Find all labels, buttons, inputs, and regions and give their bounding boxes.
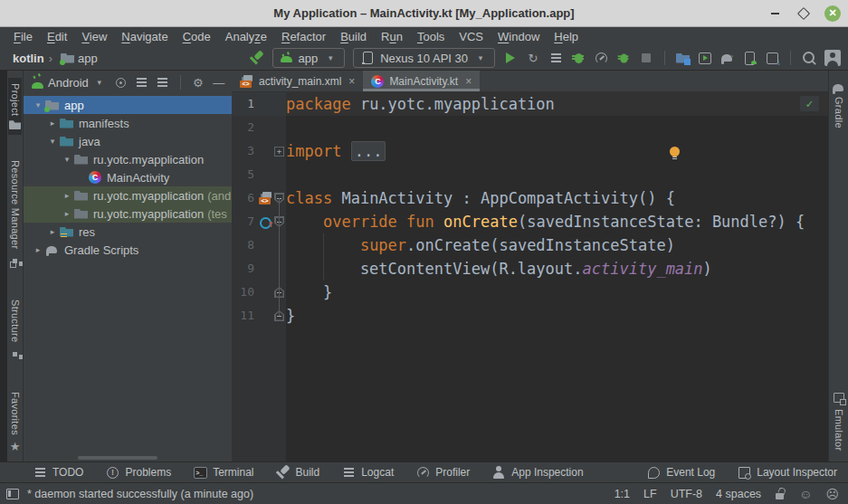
close-tab-icon[interactable]: × xyxy=(465,75,472,88)
breadcrumb-current[interactable]: app xyxy=(78,52,98,65)
chevron-down-icon[interactable]: ▾ xyxy=(31,100,45,109)
close-tab-icon[interactable]: × xyxy=(348,75,355,88)
chevron-right-icon[interactable]: ▸ xyxy=(45,227,60,236)
profiler-button[interactable] xyxy=(594,51,608,65)
device-manager-button[interactable] xyxy=(698,51,712,65)
tree-row-manifests[interactable]: ▸manifests xyxy=(24,114,232,132)
bulb-icon[interactable] xyxy=(669,147,680,160)
menu-help[interactable]: Help xyxy=(548,30,585,43)
restore-button[interactable] xyxy=(796,5,812,22)
editor-tab-MainActivity.kt[interactable]: MainActivity.kt× xyxy=(363,71,480,91)
inspection-status-icon[interactable]: ✓ xyxy=(800,96,819,111)
apply-code-changes-button[interactable] xyxy=(548,51,563,65)
collapse-all-button[interactable] xyxy=(157,76,169,89)
tree-row-app[interactable]: ▾app xyxy=(24,96,232,114)
profile-avatar-button[interactable] xyxy=(824,50,841,66)
tool-strip-tab-structure[interactable]: Structure xyxy=(7,294,24,366)
tool-button-event-log[interactable]: Event Log xyxy=(646,465,715,480)
overriding-method-icon[interactable] xyxy=(260,215,272,228)
apply-changes-button[interactable]: ↻ xyxy=(526,51,540,65)
tool-strip-tab-favorites[interactable]: Favorites★ xyxy=(7,386,24,460)
fold-expand-icon[interactable]: + xyxy=(274,147,284,157)
project-view-select[interactable]: Android xyxy=(48,76,89,90)
hide-panel-button[interactable]: — xyxy=(213,76,225,89)
menu-tools[interactable]: Tools xyxy=(411,30,451,43)
tool-strip-label: Project xyxy=(10,83,21,116)
menu-code[interactable]: Code xyxy=(176,30,217,43)
status-caret-position[interactable]: 1:1 xyxy=(615,488,630,500)
breadcrumb-root[interactable]: kotlin xyxy=(13,52,44,65)
status-file-encoding[interactable]: UTF-8 xyxy=(671,488,702,500)
chevron-down-icon[interactable]: ▾ xyxy=(60,155,74,164)
menu-edit[interactable]: Edit xyxy=(41,30,73,43)
tree-row-res[interactable]: ▸res xyxy=(24,223,232,241)
tool-strip-tab-project[interactable]: Project xyxy=(8,78,22,135)
status-indent-size[interactable]: 4 spaces xyxy=(716,488,761,500)
chevron-right-icon[interactable]: ▸ xyxy=(45,119,60,128)
line-number: 6 xyxy=(232,186,259,210)
minimize-button[interactable] xyxy=(767,5,783,22)
tool-button-todo[interactable]: TODO xyxy=(33,465,83,480)
tree-row-gradle-scripts[interactable]: ▸Gradle Scripts xyxy=(24,241,232,259)
settings-button[interactable]: ⚙ xyxy=(192,76,205,89)
tool-button-build[interactable]: Build xyxy=(276,465,320,480)
tool-strip-tab-resource-manager[interactable]: Resource Manager xyxy=(7,155,24,273)
menu-window[interactable]: Window xyxy=(491,30,546,43)
tool-button-logcat[interactable]: Logcat xyxy=(341,465,394,480)
device-select[interactable]: Nexus 10 API 30 ▾ xyxy=(353,48,495,68)
tree-row-package-main[interactable]: ▾ru.yotc.myapplication xyxy=(24,150,232,168)
fold-slot: + xyxy=(272,139,286,163)
tree-row-package-androidtest[interactable]: ▸ru.yotc.myapplication(and xyxy=(24,186,232,204)
menu-build[interactable]: Build xyxy=(334,30,373,43)
expand-all-button[interactable] xyxy=(136,76,148,89)
avd-manager-button[interactable] xyxy=(742,51,757,65)
tool-button-profiler[interactable]: Profiler xyxy=(415,465,470,480)
close-button[interactable]: ✕ xyxy=(824,5,841,22)
menu-vcs[interactable]: VCS xyxy=(453,30,490,43)
tree-row-java[interactable]: ▾java xyxy=(24,132,232,150)
editor-tab-activity_main.xml[interactable]: activity_main.xml× xyxy=(232,71,363,91)
tool-strip-tab-gradle[interactable]: Gradle xyxy=(831,78,846,134)
code-text: override fun onCreate(savedInstanceState… xyxy=(286,210,805,233)
menu-refactor[interactable]: Refactor xyxy=(275,30,332,43)
dropdown-arrow-icon: ▾ xyxy=(473,51,488,65)
tool-strip-tab-emulator[interactable]: Emulator xyxy=(831,385,847,456)
frowning-face-icon[interactable]: ☹ xyxy=(825,487,839,501)
menu-analyze[interactable]: Analyze xyxy=(219,30,273,43)
gradle-sync-button[interactable] xyxy=(720,53,734,63)
tool-button-terminal[interactable]: Terminal xyxy=(193,465,253,480)
debug-button[interactable] xyxy=(571,51,586,65)
lock-icon[interactable] xyxy=(775,488,786,500)
tool-button-problems[interactable]: Problems xyxy=(105,465,171,480)
run-configuration-select[interactable]: app ▾ xyxy=(272,48,345,68)
smiley-face-icon[interactable]: ☺ xyxy=(799,487,812,501)
project-tree: ▾app▸manifests▾java▾ru.yotc.myapplicatio… xyxy=(24,94,232,461)
toolwindow-toggle-icon[interactable] xyxy=(5,487,20,501)
layout-file-icon[interactable] xyxy=(259,192,272,204)
menu-file[interactable]: File xyxy=(7,30,39,43)
run-button[interactable] xyxy=(503,51,518,65)
build-hammer-button[interactable] xyxy=(250,51,264,65)
chevron-right-icon[interactable]: ▸ xyxy=(60,209,74,218)
horizontal-scrollbar[interactable] xyxy=(78,456,157,460)
menu-run[interactable]: Run xyxy=(375,30,409,43)
tool-button-layout-inspector[interactable]: Layout Inspector xyxy=(737,465,837,480)
menu-view[interactable]: View xyxy=(75,30,113,43)
tree-row-package-test[interactable]: ▸ru.yotc.myapplication(tes xyxy=(24,204,232,223)
stop-button[interactable] xyxy=(639,51,653,65)
chevron-right-icon[interactable]: ▸ xyxy=(60,191,74,200)
chevron-right-icon[interactable]: ▸ xyxy=(31,245,45,254)
gutter-icon-slot xyxy=(259,210,272,233)
search-everywhere-button[interactable] xyxy=(802,51,816,65)
tool-button-app-inspection[interactable]: App Inspection xyxy=(491,465,583,480)
attach-debugger-button[interactable] xyxy=(617,52,630,64)
tree-row-mainactivity[interactable]: MainActivity xyxy=(24,168,232,186)
chevron-down-icon[interactable]: ▾ xyxy=(45,137,60,146)
sdk-manager-button[interactable] xyxy=(765,51,779,65)
status-line-ending[interactable]: LF xyxy=(643,488,657,500)
locate-button[interactable] xyxy=(115,76,128,89)
device-file-explorer-button[interactable] xyxy=(676,53,690,63)
tree-row-label: java xyxy=(79,135,100,148)
menu-navigate[interactable]: Navigate xyxy=(115,30,174,43)
code-editor[interactable]: 1package ru.yotc.myapplication23+import … xyxy=(232,92,828,461)
